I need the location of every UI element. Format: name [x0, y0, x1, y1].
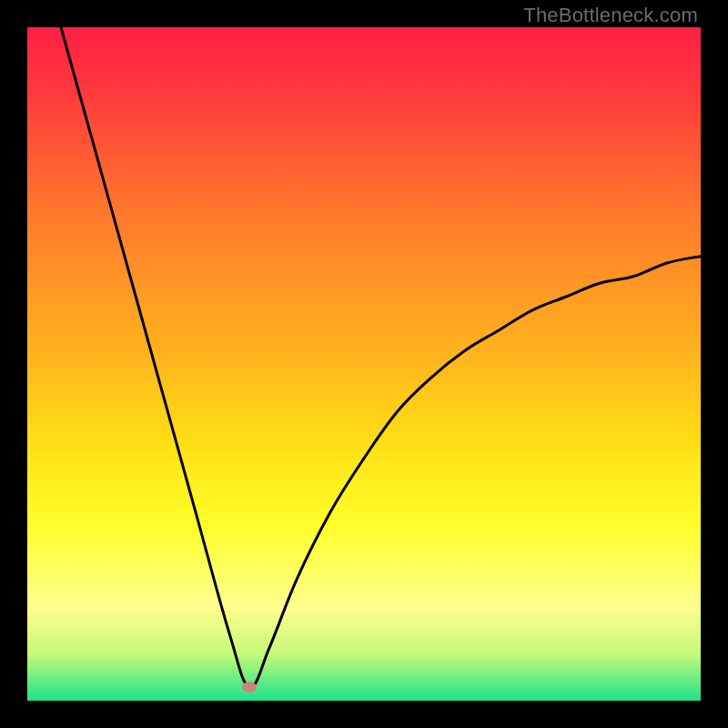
watermark-text: TheBottleneck.com [523, 4, 698, 27]
gradient-background [27, 27, 701, 701]
optimum-marker [242, 682, 257, 693]
plot-area [27, 27, 701, 701]
svg-rect-0 [27, 27, 701, 701]
